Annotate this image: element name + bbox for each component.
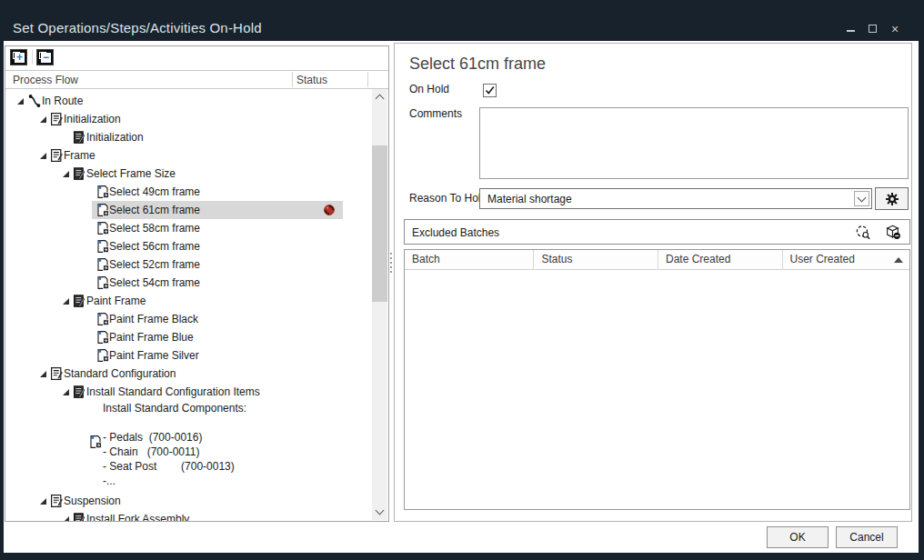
column-header-label: Status [541, 253, 572, 265]
tree-row[interactable]: Initialization [5, 110, 372, 128]
expander-icon[interactable] [63, 171, 69, 177]
reason-settings-button[interactable] [875, 187, 909, 210]
title-bar[interactable]: Set Operations/Steps/Activities On-Hold … [0, 0, 924, 41]
reason-to-hold-dropdown[interactable]: Material shortage [479, 188, 872, 209]
tree-row[interactable]: Select 58cm frame [5, 219, 372, 237]
operation-icon [49, 494, 64, 508]
tree-item-label: - Seat Post (700-0013) [103, 459, 235, 474]
expander-icon[interactable] [40, 153, 46, 159]
tree-item-label: Initialization [86, 128, 144, 146]
ok-button[interactable]: OK [767, 526, 829, 548]
close-button[interactable]: × [888, 23, 902, 35]
dropdown-button[interactable] [854, 191, 869, 206]
expander-icon[interactable] [40, 498, 46, 505]
activity-icon [95, 330, 110, 345]
chevron-up-icon [376, 95, 385, 104]
minimize-button[interactable] [844, 23, 859, 35]
step-icon [72, 385, 86, 399]
tree-row[interactable]: Suspension [5, 492, 372, 510]
dialog-client-area: + − Process Flow Status In RouteInitiali… [4, 41, 919, 553]
operation-icon [49, 148, 64, 163]
tree-row[interactable]: Initialization [5, 128, 372, 146]
tree-item-label: Select 54cm frame [109, 274, 200, 292]
tree-row[interactable]: Standard Configuration [5, 365, 372, 383]
tree-item-label: In Route [42, 92, 83, 110]
tree-row[interactable]: Install Fork Assembly [5, 510, 372, 521]
tree-toolbar: + − [5, 46, 388, 70]
expand-all-button[interactable]: + [10, 49, 27, 65]
tree-item-label: Initialization [64, 110, 121, 128]
tree-item-label: Frame [64, 146, 95, 165]
search-batch-icon[interactable] [854, 225, 872, 240]
on-hold-dialog: Set Operations/Steps/Activities On-Hold … [0, 0, 924, 560]
batches-table-header: BatchStatusDate CreatedUser Created [405, 250, 909, 270]
tree-row[interactable]: Select 56cm frame [5, 237, 372, 255]
tree-row[interactable]: Paint Frame Blue [5, 328, 372, 346]
expander-icon[interactable] [40, 371, 46, 377]
tree-item-label: Select 52cm frame [109, 255, 200, 274]
step-icon [72, 294, 86, 308]
tree-row[interactable]: Select 49cm frame [5, 183, 372, 201]
batches-column-header-date-created[interactable]: Date Created [658, 250, 783, 270]
expander-icon[interactable] [17, 98, 24, 105]
tree-row[interactable]: Select 54cm frame [5, 274, 372, 292]
checkmark-icon [484, 85, 496, 96]
batches-column-header-batch[interactable]: Batch [405, 250, 534, 270]
tree-item-label: Paint Frame [86, 292, 146, 310]
process-tree: In RouteInitializationInitializationFram… [5, 89, 372, 521]
toolbar-separator [32, 50, 33, 65]
tree-row[interactable]: Select 52cm frame [5, 255, 372, 274]
maximize-button[interactable] [866, 23, 880, 35]
collapse-all-button[interactable]: − [36, 49, 54, 65]
scroll-up-button[interactable] [372, 89, 387, 105]
sort-ascending-icon [894, 257, 903, 263]
activity-icon [95, 312, 110, 326]
batches-column-header-status[interactable]: Status [534, 250, 658, 270]
tree-row[interactable]: In Route [5, 92, 372, 110]
activity-icon [95, 239, 110, 254]
scroll-down-button[interactable] [372, 505, 387, 520]
tree-item-label: Select 56cm frame [109, 237, 200, 255]
tree-row[interactable]: Frame [5, 146, 372, 165]
on-hold-checkbox[interactable] [483, 84, 497, 97]
column-header-process-flow[interactable]: Process Flow [13, 74, 78, 86]
column-header-status[interactable]: Status [296, 74, 327, 86]
tree-item-label: Select 61cm frame [109, 201, 200, 219]
tree-scrollbar[interactable] [372, 89, 387, 520]
tree-item-label: Paint Frame Black [109, 310, 198, 328]
remove-batch-icon[interactable] [884, 225, 902, 240]
reason-selected-value: Material shortage [487, 193, 572, 205]
expander-icon[interactable] [63, 516, 69, 521]
tree-item-label: Install Fork Assembly [86, 510, 189, 521]
batches-column-header-user-created[interactable]: User Created [783, 250, 910, 270]
expander-icon[interactable] [63, 298, 69, 305]
column-header-label: Date Created [666, 253, 730, 265]
tree-item-label: Install Standard Configuration Items [86, 383, 260, 401]
comments-input[interactable] [479, 107, 909, 179]
cancel-button[interactable]: Cancel [836, 526, 898, 548]
scrollbar-thumb[interactable] [372, 145, 387, 302]
column-splitter[interactable] [367, 72, 368, 87]
panel-splitter[interactable] [389, 253, 393, 275]
tree-row[interactable]: Install Standard Configuration Items [5, 383, 372, 401]
tree-row[interactable]: Paint Frame Black [5, 310, 372, 328]
reason-to-hold-label: Reason To Hold [409, 192, 487, 205]
step-icon [72, 512, 86, 521]
activity-icon [95, 348, 110, 363]
column-splitter[interactable] [292, 72, 293, 87]
on-hold-detail-panel: Select 61cm frame On Hold Comments Reaso… [394, 43, 912, 522]
excluded-batches-table: BatchStatusDate CreatedUser Created [404, 249, 910, 510]
excluded-batches-title: Excluded Batches [412, 226, 499, 239]
tree-multiline-activity[interactable]: Install Standard Components:- Pedals (70… [5, 401, 372, 492]
expander-icon[interactable] [63, 389, 69, 395]
activity-icon [95, 257, 110, 272]
step-icon [72, 130, 86, 145]
tree-row[interactable]: Select Frame Size [5, 165, 372, 183]
tree-row[interactable]: Select 61cm frame [5, 201, 372, 219]
window-title: Set Operations/Steps/Activities On-Hold [13, 20, 262, 35]
minimize-icon [847, 30, 855, 32]
activity-icon [95, 275, 110, 290]
tree-row[interactable]: Paint Frame Silver [5, 346, 372, 365]
tree-row[interactable]: Paint Frame [5, 292, 372, 310]
expander-icon[interactable] [40, 116, 46, 123]
